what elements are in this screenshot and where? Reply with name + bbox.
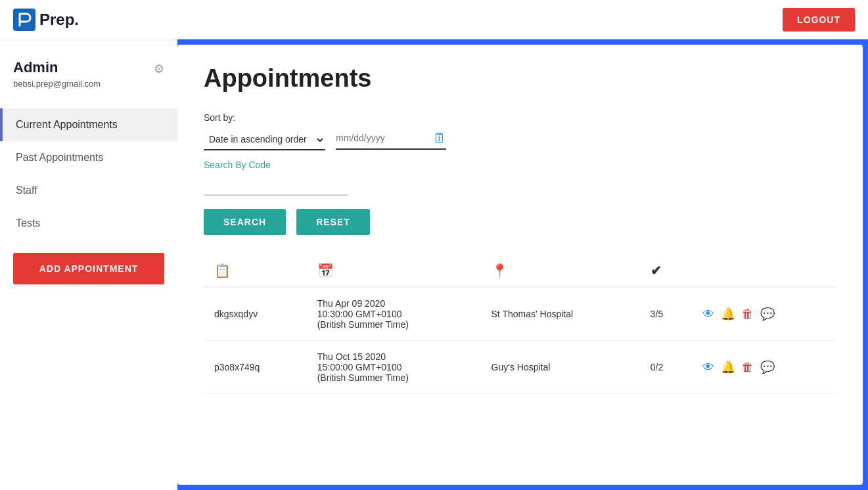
view-icon[interactable]: 👁 [702, 361, 714, 374]
action-buttons: SEARCH RESET [204, 209, 836, 235]
sidebar-nav: Current Appointments Past Appointments S… [0, 108, 177, 240]
date-input-wrapper: 🗓 [336, 131, 446, 150]
chat-icon[interactable]: 💬 [760, 307, 775, 321]
delete-icon[interactable]: 🗑 [742, 307, 754, 321]
sidebar-email: bebsi.prep@gmail.com [13, 79, 101, 89]
notify-icon[interactable]: 🔔 [721, 360, 735, 374]
appointment-count: 3/5 [640, 287, 693, 341]
appointment-date: Thu Apr 09 202010:30:00 GMT+0100(British… [307, 287, 481, 341]
sidebar-item-past-appointments[interactable]: Past Appointments [0, 141, 177, 174]
check-icon: ✔ [651, 263, 662, 278]
logo: Prep. [13, 9, 79, 31]
navbar: Prep. LOGOUT [0, 0, 868, 39]
sidebar-item-staff[interactable]: Staff [0, 174, 177, 207]
col-header-actions [692, 255, 836, 287]
filter-section: Sort by: Date in ascending order Date in… [204, 112, 836, 235]
sort-select[interactable]: Date in ascending order Date in descendi… [204, 129, 325, 150]
clipboard-icon: 📋 [214, 263, 231, 278]
date-input[interactable] [336, 133, 428, 143]
calendar-icon[interactable]: 🗓 [433, 131, 446, 146]
col-header-date: 📅 [307, 255, 481, 287]
sidebar-item-current-appointments[interactable]: Current Appointments [0, 108, 177, 141]
svg-rect-0 [13, 9, 35, 31]
logo-icon [13, 9, 35, 31]
appointment-location: Guy's Hospital [481, 341, 640, 394]
sort-label: Sort by: [204, 112, 836, 123]
sidebar: Admin bebsi.prep@gmail.com ⚙ Current App… [0, 39, 177, 490]
sidebar-item-tests[interactable]: Tests [0, 207, 177, 240]
logo-text: Prep. [39, 11, 79, 29]
gear-icon[interactable]: ⚙ [154, 62, 164, 76]
location-icon: 📍 [491, 263, 508, 278]
appointment-code: dkgsxqdyv [204, 287, 307, 341]
chat-icon[interactable]: 💬 [760, 360, 775, 374]
appointment-location: St Thomas' Hospital [481, 287, 640, 341]
code-input[interactable] [204, 176, 348, 196]
row-actions: 👁 🔔 🗑 💬 [702, 307, 826, 321]
add-appointment-button[interactable]: ADD APPOINTMENT [13, 253, 164, 284]
table-row: dkgsxqdyv Thu Apr 09 202010:30:00 GMT+01… [204, 287, 836, 341]
col-header-location: 📍 [481, 255, 640, 287]
appointments-table: 📋 📅 📍 ✔ dkgsxqdyv Thu [204, 255, 836, 394]
search-button[interactable]: SEARCH [204, 209, 286, 235]
sidebar-user: Admin bebsi.prep@gmail.com ⚙ [0, 53, 177, 102]
appointment-count: 0/2 [640, 341, 693, 394]
appointment-date: Thu Oct 15 202015:00:00 GMT+0100(British… [307, 341, 481, 394]
notify-icon[interactable]: 🔔 [721, 307, 735, 321]
date-icon: 📅 [317, 263, 334, 278]
sidebar-username: Admin [13, 59, 101, 76]
search-by-code-link[interactable]: Search By Code [204, 160, 271, 170]
appointment-code: p3o8x749q [204, 341, 307, 394]
filter-row: Date in ascending order Date in descendi… [204, 129, 836, 150]
main-content: Appointments Sort by: Date in ascending … [177, 45, 863, 485]
delete-icon[interactable]: 🗑 [742, 361, 754, 374]
body-layout: Admin bebsi.prep@gmail.com ⚙ Current App… [0, 39, 868, 490]
view-icon[interactable]: 👁 [702, 307, 714, 321]
reset-button[interactable]: RESET [296, 209, 370, 235]
table-row: p3o8x749q Thu Oct 15 202015:00:00 GMT+01… [204, 341, 836, 394]
col-header-status: ✔ [640, 255, 693, 287]
page-title: Appointments [204, 64, 836, 93]
row-actions: 👁 🔔 🗑 💬 [702, 360, 826, 374]
col-header-code: 📋 [204, 255, 307, 287]
logout-button[interactable]: LOGOUT [783, 8, 855, 32]
